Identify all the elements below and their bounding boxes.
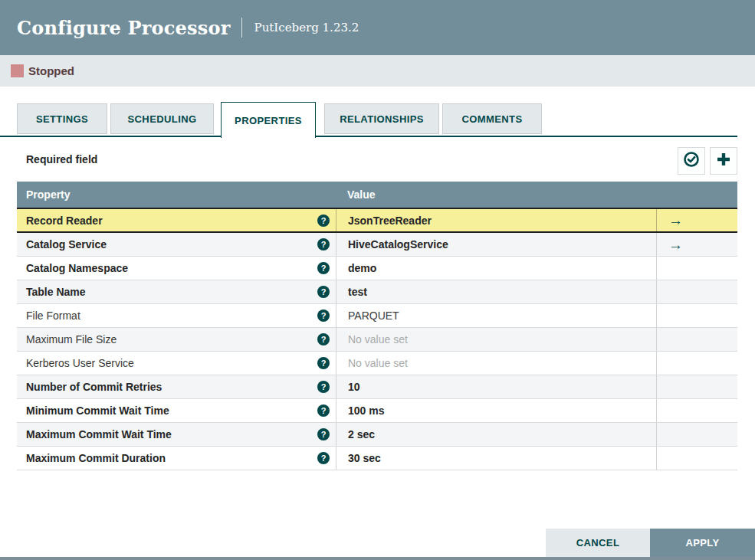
property-name-cell: Catalog Service? [17, 233, 336, 256]
table-row[interactable]: Kerberos User Service?No value set [17, 352, 737, 375]
property-value-cell[interactable]: 2 sec [336, 423, 656, 446]
status-label: Stopped [28, 64, 74, 77]
property-value-cell[interactable]: No value set [336, 328, 656, 351]
dialog-header: Configure Processor PutIceberg 1.23.2 [0, 0, 755, 55]
tab-bar: SETTINGSSCHEDULINGPROPERTIESRELATIONSHIP… [0, 103, 755, 137]
row-actions-cell [656, 423, 737, 446]
table-row[interactable]: Maximum Commit Duration?30 sec [17, 447, 737, 470]
property-value: 10 [348, 381, 360, 393]
property-value: test [348, 286, 367, 298]
property-value: 30 sec [348, 452, 381, 464]
table-row[interactable]: File Format?PARQUET [17, 304, 737, 328]
table-row[interactable]: Record Reader?JsonTreeReader→ [17, 208, 737, 233]
property-name: Catalog Service [26, 238, 107, 251]
property-value-cell[interactable]: JsonTreeReader [336, 209, 656, 231]
property-name-cell: Maximum File Size? [17, 328, 336, 351]
help-icon[interactable]: ? [317, 309, 330, 322]
table-row[interactable]: Catalog Service?HiveCatalogService→ [17, 233, 737, 257]
property-value-cell[interactable]: 100 ms [336, 399, 656, 422]
property-value-cell[interactable]: 10 [336, 375, 656, 398]
required-field-label: Required field [26, 153, 97, 165]
property-value-cell[interactable]: No value set [336, 352, 656, 375]
property-name-cell: Number of Commit Retries? [17, 375, 336, 398]
tab-relationships[interactable]: RELATIONSHIPS [324, 103, 439, 134]
dialog-bottom-edge [0, 557, 755, 560]
property-name-cell: Table Name? [17, 280, 336, 303]
row-actions-cell [656, 375, 737, 398]
property-name: Catalog Namespace [26, 262, 128, 274]
row-actions-cell: → [656, 233, 737, 256]
table-row[interactable]: Maximum File Size?No value set [17, 328, 737, 352]
property-value: No value set [348, 333, 408, 345]
property-name: Record Reader [26, 215, 103, 227]
stopped-status-icon [11, 64, 24, 77]
dialog-title: Configure Processor [17, 17, 231, 39]
property-name-cell: Maximum Commit Wait Time? [17, 423, 336, 446]
table-row[interactable]: Minimum Commit Wait Time?100 ms [17, 399, 737, 423]
table-header: Property Value [17, 182, 737, 208]
property-name: Maximum File Size [26, 333, 117, 345]
property-value-cell[interactable]: test [336, 280, 656, 303]
property-value: PARQUET [348, 309, 399, 322]
tab-label: PROPERTIES [235, 115, 302, 126]
help-icon[interactable]: ? [317, 452, 330, 464]
help-icon[interactable]: ? [317, 262, 330, 274]
property-value: 100 ms [348, 404, 384, 417]
property-name: Number of Commit Retries [26, 381, 162, 393]
title-separator [241, 18, 242, 38]
property-name: File Format [26, 309, 80, 322]
table-row[interactable]: Catalog Namespace?demo [17, 257, 737, 280]
tab-label: COMMENTS [461, 113, 522, 125]
help-icon[interactable]: ? [317, 381, 330, 393]
property-name-cell: Minimum Commit Wait Time? [17, 399, 336, 422]
property-value: No value set [348, 357, 408, 369]
row-actions-cell [656, 447, 737, 470]
property-value-cell[interactable]: HiveCatalogService [336, 233, 656, 256]
tab-label: SCHEDULING [128, 113, 197, 125]
property-name: Kerberos User Service [26, 357, 134, 369]
status-bar: Stopped [0, 55, 755, 87]
tab-properties[interactable]: PROPERTIES [221, 102, 316, 138]
property-value: JsonTreeReader [348, 215, 432, 227]
help-icon[interactable]: ? [317, 428, 330, 440]
properties-table: Property Value Record Reader?JsonTreeRea… [17, 182, 737, 470]
help-icon[interactable]: ? [317, 357, 330, 369]
table-row[interactable]: Maximum Commit Wait Time?2 sec [17, 423, 737, 447]
tab-settings[interactable]: SETTINGS [17, 103, 107, 134]
property-name: Table Name [26, 286, 86, 298]
row-actions-cell [656, 280, 737, 303]
row-actions-cell [656, 352, 737, 375]
property-value: 2 sec [348, 428, 375, 440]
apply-button[interactable]: APPLY [650, 529, 755, 557]
row-actions-cell [656, 257, 737, 280]
row-actions-cell [656, 399, 737, 422]
tab-comments[interactable]: COMMENTS [442, 103, 542, 134]
verify-properties-button[interactable] [678, 147, 705, 175]
property-value: demo [348, 262, 376, 274]
table-row[interactable]: Table Name?test [17, 280, 737, 304]
row-actions-cell [656, 304, 737, 327]
property-name-cell: Maximum Commit Duration? [17, 447, 336, 470]
help-icon[interactable]: ? [317, 333, 330, 345]
tab-label: RELATIONSHIPS [340, 113, 424, 125]
help-icon[interactable]: ? [317, 238, 330, 251]
table-row[interactable]: Number of Commit Retries?10 [17, 375, 737, 399]
property-name-cell: File Format? [17, 304, 336, 327]
column-header-value: Value [336, 188, 656, 201]
go-to-service-arrow-icon[interactable]: → [668, 213, 683, 228]
processor-type-version: PutIceberg 1.23.2 [254, 21, 359, 34]
property-value-cell[interactable]: 30 sec [336, 447, 656, 470]
row-actions-cell [656, 328, 737, 351]
property-value-cell[interactable]: demo [336, 257, 656, 280]
go-to-service-arrow-icon[interactable]: → [668, 237, 683, 252]
help-icon[interactable]: ? [317, 215, 330, 227]
add-property-button[interactable] [710, 147, 737, 175]
help-icon[interactable]: ? [317, 286, 330, 298]
row-actions-cell: → [656, 209, 737, 231]
property-name: Maximum Commit Wait Time [26, 428, 172, 440]
property-value-cell[interactable]: PARQUET [336, 304, 656, 327]
cancel-button[interactable]: CANCEL [546, 529, 650, 557]
tab-scheduling[interactable]: SCHEDULING [110, 103, 214, 134]
help-icon[interactable]: ? [317, 404, 330, 417]
check-circle-icon [682, 150, 701, 172]
